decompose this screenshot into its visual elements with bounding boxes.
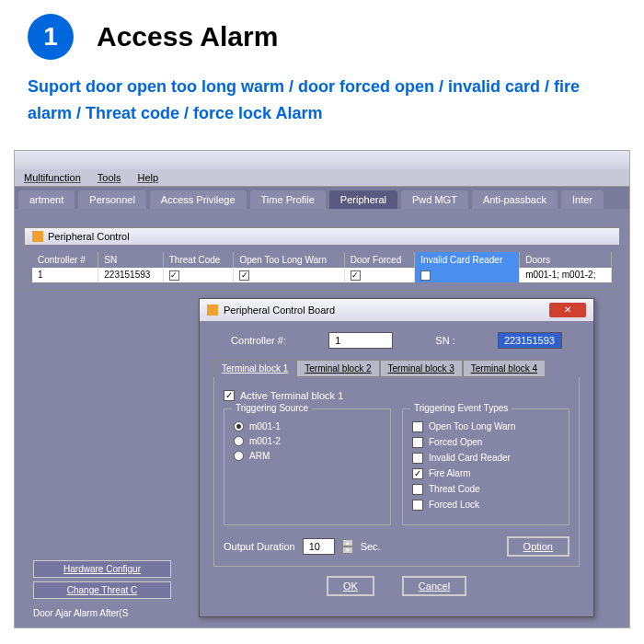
lbl-open-too-long: Open Too Long Warn (429, 421, 516, 431)
radio-arm-label: ARM (249, 451, 270, 461)
tab-time-profile[interactable]: Time Profile (250, 190, 326, 209)
cell-ctrl: 1 (32, 268, 98, 282)
cell-sn: 223151593 (98, 268, 164, 282)
lbl-forced-open: Forced Open (429, 437, 482, 447)
tab-terminal-4[interactable]: Terminal block 4 (463, 360, 546, 377)
triggering-event-label: Triggering Event Types (410, 403, 512, 413)
change-threat-button[interactable]: Change Threat C (33, 581, 171, 599)
tab-peripheral[interactable]: Peripheral (329, 190, 397, 209)
sn-input[interactable]: 223151593 (498, 332, 562, 349)
close-button[interactable]: ✕ (549, 303, 586, 317)
tab-department[interactable]: artment (18, 190, 75, 209)
col-sn[interactable]: SN (98, 252, 164, 268)
active-terminal-label: Active Terminal block 1 (240, 390, 343, 401)
output-duration-label: Output Duration (224, 541, 295, 552)
radio-m001-2[interactable] (234, 436, 244, 446)
peripheral-control-window: Peripheral Control Controller # SN Threa… (24, 227, 620, 291)
lbl-threat-code: Threat Code (429, 484, 480, 494)
window-titlebar: Peripheral Control (25, 228, 619, 245)
controller-label: Controller #: (231, 335, 286, 346)
menubar: Multifunction Tools Help (15, 169, 629, 187)
col-open-long[interactable]: Open Too Long Warn (234, 252, 344, 268)
ok-button[interactable]: OK (327, 576, 374, 596)
page-title: Access Alarm (97, 21, 278, 52)
lbl-invalid-card: Invalid Card Reader (429, 453, 511, 463)
chk-invalid-card[interactable] (412, 453, 423, 464)
cell-threat: ✓ (163, 268, 234, 282)
table-header: Controller # SN Threat Code Open Too Lon… (32, 252, 612, 268)
tab-terminal-1[interactable]: Terminal block 1 (213, 360, 296, 377)
page-subtitle: Suport door open too long warm / door fo… (0, 74, 644, 141)
triggering-source-group: Triggering Source m001-1 m001-2 ARM (224, 408, 391, 525)
tab-terminal-2[interactable]: Terminal block 2 (296, 360, 379, 377)
tab-terminal-3[interactable]: Terminal block 3 (380, 360, 463, 377)
chk-open-too-long[interactable] (412, 421, 423, 432)
lbl-fire-alarm: Fire Alarm (429, 468, 471, 478)
peripheral-board-dialog: Peripheral Control Board ✕ Controller #:… (199, 298, 594, 617)
radio-m001-1[interactable] (234, 421, 244, 431)
radio-m001-2-label: m001-2 (249, 436, 281, 446)
menu-multifunction[interactable]: Multifunction (24, 172, 81, 183)
chk-fire-alarm[interactable]: ✓ (412, 468, 423, 479)
terminal-tabs: Terminal block 1 Terminal block 2 Termin… (213, 360, 580, 377)
lbl-forced-lock: Forced Lock (429, 500, 479, 510)
terminal-tab-content: ✓ Active Terminal block 1 Triggering Sou… (213, 377, 580, 567)
door-ajar-label: Door Ajar Alarm After(S (33, 608, 171, 618)
tab-personnel[interactable]: Personnel (78, 190, 146, 209)
dialog-titlebar[interactable]: Peripheral Control Board ✕ (200, 299, 593, 321)
step-number: 1 (28, 14, 74, 60)
main-tabs: artment Personnel Access Privilege Time … (15, 187, 629, 209)
hardware-config-button[interactable]: Hardware Configur (33, 560, 171, 578)
cell-open: ✓ (234, 268, 344, 282)
menu-help[interactable]: Help (137, 172, 158, 183)
duration-spinner: ▲ ▼ (342, 539, 353, 554)
dialog-app-icon (207, 305, 218, 316)
active-terminal-checkbox[interactable]: ✓ (224, 390, 235, 401)
col-door-forced[interactable]: Door Forced (344, 252, 415, 268)
sn-label: SN : (435, 335, 454, 346)
col-threat[interactable]: Threat Code (163, 252, 234, 268)
col-controller[interactable]: Controller # (32, 252, 98, 268)
chk-forced-lock[interactable] (412, 500, 423, 511)
cancel-button[interactable]: Cancel (402, 576, 466, 596)
app-window: Multifunction Tools Help artment Personn… (14, 150, 630, 628)
menu-tools[interactable]: Tools (98, 172, 121, 183)
output-unit: Sec. (361, 541, 381, 552)
spin-down[interactable]: ▼ (342, 546, 353, 554)
col-invalid-card[interactable]: Invalid Card Reader (415, 252, 520, 268)
radio-arm[interactable] (234, 451, 244, 461)
controller-input[interactable]: 1 (328, 332, 393, 349)
cell-invalid: ✓ (415, 268, 520, 282)
tab-access-privilege[interactable]: Access Privilege (150, 190, 247, 209)
table-row[interactable]: 1 223151593 ✓ ✓ ✓ ✓ m001-1; m001-2; (32, 268, 612, 282)
triggering-source-label: Triggering Source (232, 403, 312, 413)
app-titlebar (15, 151, 629, 169)
spin-up[interactable]: ▲ (342, 539, 353, 546)
app-icon (32, 231, 43, 242)
chk-forced-open[interactable] (412, 437, 423, 448)
tab-anti-passback[interactable]: Anti-passback (472, 190, 558, 209)
tab-pwd-mgt[interactable]: Pwd MGT (401, 190, 468, 209)
controller-table: Controller # SN Threat Code Open Too Lon… (32, 252, 612, 282)
output-duration-input[interactable]: 10 (303, 538, 335, 555)
radio-m001-1-label: m001-1 (249, 421, 281, 431)
dialog-title: Peripheral Control Board (224, 305, 335, 316)
bottom-button-group: Hardware Configur Change Threat C Door A… (33, 560, 171, 618)
col-doors[interactable]: Doors (520, 252, 612, 268)
cell-doors: m001-1; m001-2; (520, 268, 612, 282)
triggering-event-group: Triggering Event Types Open Too Long War… (402, 408, 569, 525)
cell-door: ✓ (344, 268, 415, 282)
tab-inter[interactable]: Inter (561, 190, 604, 209)
option-button[interactable]: Option (507, 536, 569, 557)
window-title-text: Peripheral Control (48, 231, 130, 242)
chk-threat-code[interactable] (412, 484, 423, 495)
